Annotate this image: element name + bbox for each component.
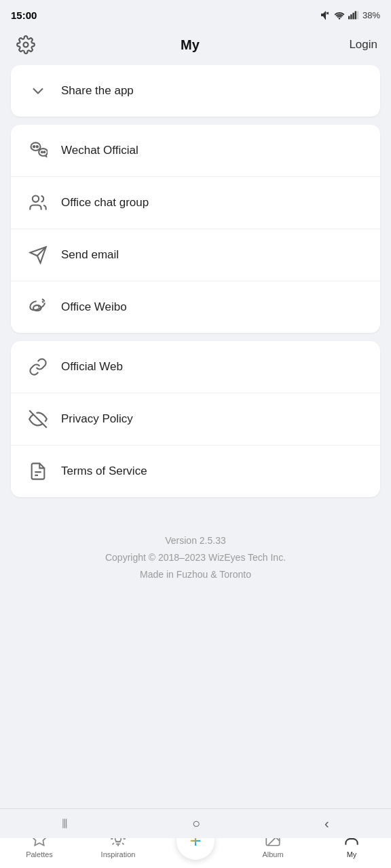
document-icon <box>24 458 52 485</box>
share-app-item[interactable]: Share the app <box>11 65 380 117</box>
wechat-official-item[interactable]: Wechat Official <box>11 125 380 177</box>
version-text: Version 2.5.33 <box>24 532 367 549</box>
office-weibo-item[interactable]: Office Weibo <box>11 281 380 333</box>
official-web-item[interactable]: Official Web <box>11 341 380 393</box>
palettes-label: Palettes <box>26 850 53 859</box>
battery-level: 38% <box>362 10 380 20</box>
status-icons: 38% <box>320 10 380 20</box>
chevron-down-icon <box>24 77 52 104</box>
svg-point-10 <box>41 151 43 153</box>
login-button[interactable]: Login <box>337 38 377 52</box>
copyright-text: Copyright © 2018–2023 WizEyes Tech Inc. <box>24 549 367 566</box>
email-icon <box>24 241 52 269</box>
svg-point-9 <box>37 146 38 147</box>
my-label: My <box>347 850 357 859</box>
page-header: My Login <box>0 27 391 65</box>
svg-rect-3 <box>350 14 352 19</box>
send-email-label: Send email <box>61 248 119 262</box>
svg-point-8 <box>33 146 35 147</box>
android-back-button[interactable]: ‹ <box>311 810 343 837</box>
svg-rect-6 <box>357 11 358 19</box>
social-card: Wechat Official Office chat group <box>11 125 380 333</box>
terms-of-service-label: Terms of Service <box>61 465 147 478</box>
svg-point-16 <box>38 306 39 307</box>
location-text: Made in Fuzhou & Toronto <box>24 566 367 583</box>
status-bar: 15:00 38% <box>0 0 391 27</box>
svg-rect-2 <box>348 16 350 20</box>
office-chat-group-item[interactable]: Office chat group <box>11 177 380 229</box>
svg-point-11 <box>43 151 45 153</box>
weibo-icon <box>24 294 52 321</box>
terms-of-service-item[interactable]: Terms of Service <box>11 446 380 497</box>
send-email-item[interactable]: Send email <box>11 229 380 281</box>
footer-info: Version 2.5.33 Copyright © 2018–2023 Wiz… <box>11 505 380 597</box>
privacy-policy-item[interactable]: Privacy Policy <box>11 393 380 446</box>
wechat-official-label: Wechat Official <box>61 144 138 157</box>
eye-slash-icon <box>24 406 52 433</box>
svg-point-7 <box>24 43 29 47</box>
office-weibo-label: Office Weibo <box>61 300 127 314</box>
official-web-label: Official Web <box>61 360 123 374</box>
android-home-button[interactable]: ○ <box>179 810 214 837</box>
wechat-icon <box>24 137 52 164</box>
inspiration-label: Inspiration <box>101 850 136 859</box>
status-time: 15:00 <box>11 9 37 21</box>
page-title: My <box>43 37 337 53</box>
album-label: Album <box>262 850 283 859</box>
group-icon <box>24 189 52 216</box>
signal-icon <box>348 10 359 20</box>
android-nav: ⫴ ○ ‹ <box>0 808 391 838</box>
wifi-icon <box>334 10 345 20</box>
share-app-label: Share the app <box>61 84 134 98</box>
svg-point-12 <box>33 196 39 202</box>
share-card: Share the app <box>11 65 380 117</box>
settings-button[interactable] <box>14 33 38 57</box>
office-chat-group-label: Office chat group <box>61 196 149 210</box>
mute-icon <box>320 10 331 20</box>
page-content: Share the app Wechat Official <box>0 65 391 686</box>
svg-line-28 <box>113 843 114 844</box>
svg-rect-5 <box>355 11 356 19</box>
svg-line-25 <box>122 843 124 844</box>
privacy-policy-label: Privacy Policy <box>61 412 133 426</box>
android-recent-button[interactable]: ⫴ <box>48 810 81 837</box>
svg-rect-4 <box>352 13 354 20</box>
gear-icon <box>16 35 35 54</box>
legal-card: Official Web Privacy Policy <box>11 341 380 497</box>
link-icon <box>24 353 52 380</box>
